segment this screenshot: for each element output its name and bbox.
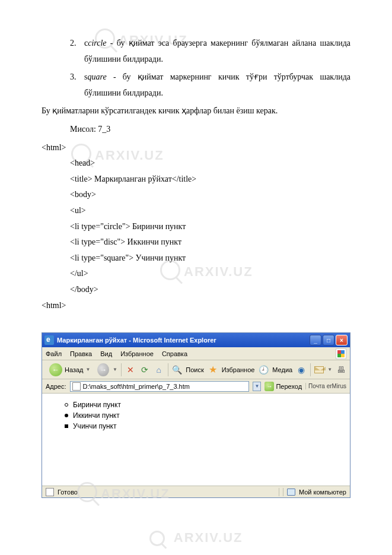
marked-list: Биринчи пункт Иккинчи пункт Учинчи пункт xyxy=(53,399,339,432)
search-label[interactable]: Поиск xyxy=(186,366,203,373)
footer-watermark: ARXIV.UZ xyxy=(0,530,392,546)
close-button[interactable]: × xyxy=(336,335,348,345)
ordered-list-item-3: 3. square - бу қиймат маркернинг кичик т… xyxy=(42,69,350,101)
disc-marker-icon xyxy=(65,414,68,417)
addressbar: Адрес: D:\maks_soft\html_primer\p_7_3.ht… xyxy=(42,379,350,394)
dropdown-arrow-icon: ▼ xyxy=(113,367,117,372)
menubar: Файл Правка Вид Избранное Справка xyxy=(42,347,350,360)
forward-button[interactable]: → xyxy=(97,363,109,376)
back-button[interactable]: ← Назад ▼ xyxy=(46,362,94,378)
menu-view[interactable]: Вид xyxy=(100,350,112,357)
ie-window: Маркирланган рўйхат - Microsoft Internet… xyxy=(42,332,350,498)
list-item-text: Учинчи пункт xyxy=(73,421,117,432)
stop-icon[interactable]: ✕ xyxy=(125,364,136,376)
media-label[interactable]: Медиа xyxy=(272,366,292,373)
code-line: <li type="square"> Учинчи пункт xyxy=(42,250,350,267)
code-line: <html> xyxy=(42,140,350,156)
example-label: Мисол: 7_3 xyxy=(42,122,350,138)
favorites-label[interactable]: Избранное xyxy=(222,366,255,373)
go-label: Переход xyxy=(276,383,302,390)
list-item: Иккинчи пункт xyxy=(65,410,339,421)
mail-icon[interactable] xyxy=(314,366,324,373)
code-line: <head> xyxy=(42,156,350,172)
list-number: 2. xyxy=(70,36,84,67)
ie-icon xyxy=(44,335,54,345)
history-icon[interactable]: 🕘 xyxy=(258,364,269,376)
document-icon xyxy=(72,382,81,391)
code-line: <title> Маркирланган рўйхат</title> xyxy=(42,172,350,188)
list-item: Биринчи пункт xyxy=(65,399,339,410)
media-icon[interactable]: ◉ xyxy=(296,364,307,376)
address-label: Адрес: xyxy=(46,383,66,390)
code-line: <html> xyxy=(42,298,350,314)
code-line: <ul> xyxy=(42,203,350,219)
status-done: Готово xyxy=(58,489,78,496)
computer-icon xyxy=(287,489,295,496)
minimize-button[interactable]: _ xyxy=(310,335,321,345)
menu-help[interactable]: Справка xyxy=(162,350,187,357)
code-line: <body> xyxy=(42,187,350,203)
list-text: square - бу қиймат маркернинг кичик тўғр… xyxy=(84,69,350,101)
menu-edit[interactable]: Правка xyxy=(70,350,92,357)
term-desc: - бу қиймат эса браузерга макернинг бўял… xyxy=(84,39,350,64)
status-zone: Мой компьютер xyxy=(299,489,346,496)
address-value: D:\maks_soft\html_primer\p_7_3.htm xyxy=(83,383,190,390)
code-line: <li type="disc"> Иккинчи пункт xyxy=(42,234,350,250)
document-content: 2. ccircle - бу қиймат эса браузерга мак… xyxy=(0,0,392,325)
list-number: 3. xyxy=(70,69,84,101)
home-icon[interactable]: ⌂ xyxy=(154,364,164,376)
go-button[interactable]: → Переход xyxy=(264,382,302,391)
square-marker-icon xyxy=(65,424,68,428)
list-text: ccircle - бу қиймат эса браузерга макерн… xyxy=(84,36,350,67)
menu-file[interactable]: Файл xyxy=(46,350,62,357)
ordered-list-item-2: 2. ccircle - бу қиймат эса браузерга мак… xyxy=(42,36,350,67)
list-item: Учинчи пункт xyxy=(65,421,339,432)
menu-favorites[interactable]: Избранное xyxy=(120,350,154,357)
paragraph: Бу қийматларни кўрсатилгандек кичик ҳарф… xyxy=(42,103,350,119)
term-desc: - бу қиймат маркернинг кичик тўғри тўртб… xyxy=(84,72,350,97)
term-italic: circle xyxy=(88,39,106,47)
windows-flag-icon xyxy=(336,348,346,359)
list-item-text: Биринчи пункт xyxy=(73,399,121,410)
circle-marker-icon xyxy=(65,403,68,407)
address-input[interactable]: D:\maks_soft\html_primer\p_7_3.htm xyxy=(70,381,250,392)
code-line: <li type="circle"> Биринчи пункт xyxy=(42,219,350,235)
search-icon[interactable]: 🔍 xyxy=(171,364,182,376)
maximize-button[interactable]: □ xyxy=(323,335,334,345)
toolbar: ← Назад ▼ → ▼ ✕ ⟳ ⌂ 🔍 Поиск ★ Избранное … xyxy=(42,360,350,379)
document-icon xyxy=(46,488,54,496)
code-line: </ul> xyxy=(42,266,350,282)
address-dropdown[interactable]: ▼ xyxy=(253,382,261,391)
favorites-icon[interactable]: ★ xyxy=(208,364,218,376)
software-label: Почта erMirus xyxy=(305,383,346,389)
code-line: </body> xyxy=(42,282,350,298)
list-item-text: Иккинчи пункт xyxy=(73,410,120,421)
refresh-icon[interactable]: ⟳ xyxy=(139,364,150,376)
back-label: Назад xyxy=(65,366,84,373)
dropdown-arrow-icon: ▼ xyxy=(327,367,332,372)
window-title: Маркирланган рўйхат - Microsoft Internet… xyxy=(57,337,310,344)
browser-viewport: Биринчи пункт Иккинчи пункт Учинчи пункт xyxy=(42,394,350,486)
titlebar: Маркирланган рўйхат - Microsoft Internet… xyxy=(42,333,350,347)
go-arrow-icon: → xyxy=(264,382,274,391)
print-icon[interactable]: 🖶 xyxy=(336,364,346,376)
dropdown-arrow-icon: ▼ xyxy=(86,367,91,372)
term-italic: quare xyxy=(87,72,106,81)
back-arrow-icon: ← xyxy=(49,363,62,376)
